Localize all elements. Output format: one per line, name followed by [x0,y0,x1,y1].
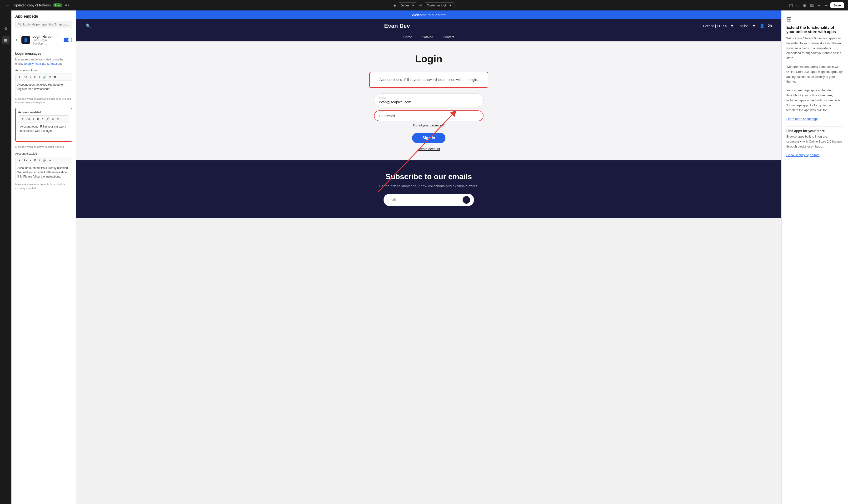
app-info: Login Helper Snap Login Developm... [32,35,61,45]
store-name: Updated copy of Refresh [14,3,51,7]
toolbar-link3[interactable]: 🔗 [42,158,47,163]
create-account-anchor[interactable]: Create account [418,147,440,151]
toolbar-bold3[interactable]: B [33,158,37,163]
login-form: Email Forgot your password? Sign in Crea… [374,93,483,151]
page-selector[interactable]: Customer login ▼ [424,2,454,8]
shopify-store-link[interactable]: Go to Shopify App Store [787,153,843,158]
account-message-box: Account found. Fill in your password to … [369,72,488,88]
toolbar-list-ol[interactable]: ≣ [53,75,57,79]
toolbar-list-ul[interactable]: ≡ [48,75,52,79]
right-panel-text3: You can manage apps embedded throughout … [787,88,843,113]
account-not-found-content[interactable]: Account does not exist. You need to regi… [16,81,72,95]
app-sub: Snap Login Developm... [32,39,61,45]
nav-catalog[interactable]: Catalog [422,35,433,39]
topbar-right: ◫ □ ▣ ▤ ↩ ↪ Save [457,2,844,8]
toolbar-font-chevron2[interactable]: ▾ [32,117,35,121]
account-not-found-label: Account not found [15,69,72,72]
search-input[interactable] [23,23,70,26]
login-messages-section: Login messages Messages can be translate… [12,48,76,197]
right-panel-main-title: Extend the functionality of your online … [787,25,843,34]
mobile-icon[interactable]: ▤ [809,2,815,8]
language-selector[interactable]: English [738,24,748,28]
app-toggle[interactable] [64,38,72,42]
toolbar-link2[interactable]: 🔗 [45,117,50,121]
email-field[interactable]: Email [374,93,483,107]
rail-back-icon[interactable]: ← [2,13,10,21]
rail-apps-icon[interactable]: ▦ [2,36,10,44]
toolbar-italic[interactable]: I [38,75,41,79]
template-selector[interactable]: Default ▼ [398,2,417,8]
search-icon[interactable]: 🔍 [86,23,91,29]
back-icon[interactable]: ← [4,1,12,9]
toolbar-font-icon3[interactable]: Aa [23,158,28,163]
nav-contact[interactable]: Contact [443,35,454,39]
rail-settings-icon[interactable]: ⚙ [2,25,10,32]
store-nav: 🔍 Evan Dev Greece | EUR € ▼ English ▼ 👤 … [76,19,781,33]
app-layout: ← ⚙ ▦ App embeds 🔍 ▼ 👤 Login Helper Snap… [0,11,848,504]
main-preview: Welcome to our store 🔍 Evan Dev Greece |… [76,11,781,504]
account-not-found-hint: Message when an account cannot be found … [15,97,72,105]
account-not-found-editor: ✦ Aa ▾ B I 🔗 ≡ ≣ Account does not exist.… [15,74,72,95]
store-nav-right: Greece | EUR € ▼ English ▼ 👤 🛍 [703,23,772,29]
preview-wrapper: Welcome to our store 🔍 Evan Dev Greece |… [76,11,781,218]
account-enabled-box: Account enabled ✦ Aa ▾ B I 🔗 ≡ ≣ Account… [15,108,72,142]
forgot-password-link: Forgot your password? [374,124,483,127]
topbar-center: ◆ Default ▼ ☍ Customer login ▼ [393,2,454,8]
toolbar-font-chevron3[interactable]: ▾ [29,158,32,163]
toolbar-font-icon[interactable]: Aa [23,75,28,79]
toolbar-font-icon2[interactable]: Aa [25,117,31,121]
devices-icon[interactable]: ◫ [788,2,794,8]
account-enabled-content[interactable]: Account found. Fill in your password to … [18,123,69,137]
undo-icon[interactable]: ↩ [817,2,822,8]
toolbar-bold2[interactable]: B [36,117,40,121]
store-frame: Welcome to our store 🔍 Evan Dev Greece |… [76,11,781,218]
account-icon[interactable]: 👤 [759,23,765,29]
translate-link[interactable]: Shopify Translate & Adapt [24,62,57,66]
sign-in-button[interactable]: Sign in [412,133,445,143]
toolbar-bold[interactable]: B [33,75,37,79]
email-input[interactable] [379,100,478,104]
toolbar-link[interactable]: 🔗 [42,75,47,79]
store-nav-links: Home Catalog Contact [76,33,781,41]
sidebar-header: App embeds 🔍 [12,11,76,32]
toolbar-list-ul2[interactable]: ≡ [51,117,55,121]
toolbar-magic-icon2[interactable]: ✦ [20,117,24,121]
account-disabled-editor: ✦ Aa ▾ B I 🔗 ≡ ≣ Account found but it's … [15,157,72,181]
save-button[interactable]: Save [830,2,844,8]
redo-icon[interactable]: ↪ [824,2,829,8]
toolbar-list-ul3[interactable]: ≡ [48,158,52,163]
region-selector[interactable]: Greece | EUR € [703,24,727,28]
forgot-link[interactable]: Forgot your password? [413,124,445,127]
rich-toolbar-2: ✦ Aa ▾ B I 🔗 ≡ ≣ [18,116,69,123]
password-field-box[interactable] [374,110,483,121]
app-item: ▼ 👤 Login Helper Snap Login Developm... [12,32,76,48]
password-input[interactable] [379,114,478,118]
chevron-lang-icon: ▼ [752,24,756,28]
cart-icon[interactable]: 🛍 [767,23,772,29]
account-disabled-content[interactable]: Account found but it's currently disable… [16,164,72,181]
toolbar-italic3[interactable]: I [38,158,41,163]
account-enabled-hint: Message when an active account is found. [15,145,72,149]
more-options-icon[interactable]: ••• [65,3,69,8]
search-box[interactable]: 🔍 [15,21,72,28]
subscribe-input[interactable] [387,198,463,202]
tablet-icon[interactable]: ▣ [802,2,807,8]
toolbar-magic-icon[interactable]: ✦ [17,75,22,79]
right-panel-find-section: Find apps for your store Browse apps bui… [787,129,843,158]
login-title: Login [86,53,772,65]
learn-more-link[interactable]: Learn more about apps [787,116,843,122]
toolbar-list-ol2[interactable]: ≣ [56,117,60,121]
toolbar-font-chevron[interactable]: ▾ [29,75,32,79]
toolbar-magic-icon3[interactable]: ✦ [17,158,22,163]
subscribe-button[interactable]: → [463,196,470,204]
right-panel-text1: With Online Store 2.0 themes, apps can b… [787,36,843,61]
desktop-icon[interactable]: □ [796,2,800,8]
toolbar-italic2[interactable]: I [41,117,43,121]
footer-sub: Be the first to know about new collectio… [86,184,772,188]
login-messages-title: Login messages [15,52,72,55]
email-subscribe-box: → [384,194,474,206]
nav-home[interactable]: Home [403,35,412,39]
panel-divider [787,126,843,127]
app-chevron-icon[interactable]: ▼ [15,38,18,42]
toolbar-list-ol3[interactable]: ≣ [53,158,57,163]
